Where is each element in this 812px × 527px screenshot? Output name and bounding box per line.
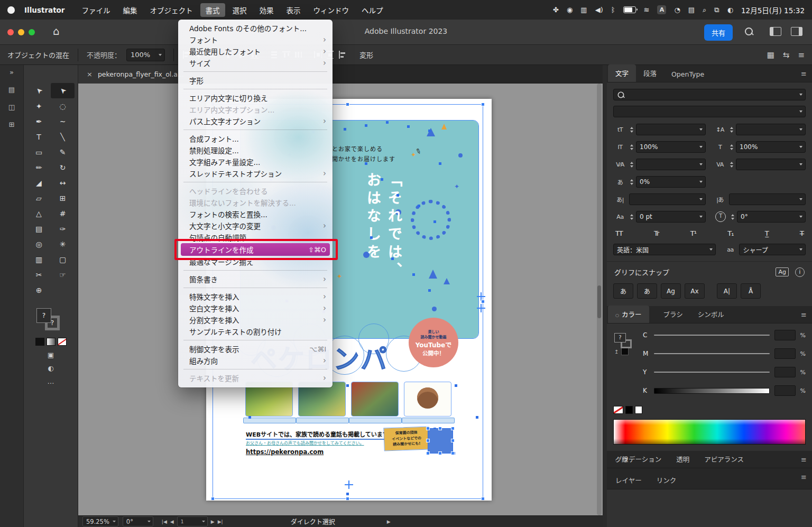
panel-icon-2[interactable]: ◫	[8, 103, 15, 111]
tab-段落[interactable]: 段落	[636, 64, 664, 82]
type-tool[interactable]: T	[27, 129, 51, 144]
layout-right-icon[interactable]	[791, 27, 802, 36]
none-mode-button[interactable]	[58, 338, 67, 346]
menubar-menu-効果[interactable]: 効果	[254, 3, 279, 17]
status-expand-arrow[interactable]: ▶	[387, 519, 391, 524]
menu-item-24[interactable]: 箇条書き›	[178, 273, 333, 285]
zoom-level-select[interactable]: 59.25%	[82, 516, 118, 526]
white-swatch[interactable]	[635, 406, 642, 414]
color-spectrum[interactable]	[613, 419, 806, 445]
document-tab[interactable]: × pekeronpa_flyer_fix_ol.a...	[78, 65, 193, 84]
menu-item-18[interactable]: フォントの検索と置換...	[178, 208, 333, 220]
shape-builder-tool[interactable]: ⊞	[51, 190, 75, 206]
kerning-stepper[interactable]	[629, 162, 634, 168]
color-fill-stroke-proxy[interactable]: ? ↥	[613, 330, 638, 354]
tab-シンボル[interactable]: シンボル	[690, 306, 732, 323]
perspective-grid-tool[interactable]: △	[27, 206, 51, 221]
first-artboard-button[interactable]: |◀	[162, 519, 167, 524]
scale-tool[interactable]: ◢	[27, 175, 51, 190]
aki-left-select[interactable]	[629, 193, 706, 205]
small-caps-button[interactable]: Tr	[654, 229, 659, 237]
font-size-stepper[interactable]	[629, 127, 634, 133]
selection-handle-ne[interactable]	[481, 103, 485, 106]
snap-angle-button[interactable]: Å	[741, 283, 761, 299]
channel-value-Y[interactable]	[774, 367, 796, 377]
baseline-shift-stepper[interactable]	[629, 214, 634, 220]
char-rotation-stepper[interactable]	[730, 214, 735, 220]
font-search-input[interactable]	[613, 89, 806, 100]
gradient-tool[interactable]: ▤	[27, 221, 51, 236]
tracking-stepper[interactable]	[729, 162, 734, 168]
selection-handle-sw[interactable]	[426, 451, 430, 455]
channel-slider-C[interactable]	[654, 335, 770, 336]
rectangle-tool[interactable]: ▭	[27, 144, 51, 160]
apple-icon[interactable]	[7, 6, 15, 14]
menu-item-20[interactable]: 句読点の自動調節	[178, 232, 333, 243]
tab-ブラシ[interactable]: ブラシ	[656, 306, 690, 323]
menu-item-27[interactable]: 空白文字を挿入›	[178, 302, 333, 314]
channel-value-M[interactable]	[774, 348, 796, 359]
tsume-input[interactable]: 0%	[636, 176, 706, 188]
app-icon-red[interactable]: ◉	[567, 6, 573, 14]
zoom-tool[interactable]: ⊕	[27, 282, 51, 298]
channel-value-C[interactable]	[774, 330, 796, 340]
leading-input[interactable]	[736, 124, 806, 135]
selection-handle-n[interactable]	[438, 427, 442, 430]
close-tab-icon[interactable]: ×	[87, 70, 93, 78]
last-color-swatch[interactable]	[621, 348, 629, 355]
last-artboard-button[interactable]: ▶|	[218, 519, 223, 524]
menu-item-19[interactable]: 大文字と小文字の変更›	[178, 220, 333, 232]
direct-selection-tool[interactable]: ➤	[51, 83, 75, 98]
snap-embox-button[interactable]: あ	[637, 283, 657, 299]
menu-item-31[interactable]: 制御文字を表示⌥⌘I	[178, 343, 333, 355]
tab-レイヤー[interactable]: レイヤー	[608, 471, 649, 489]
menubar-menu-表示[interactable]: 表示	[281, 3, 306, 17]
panel-list-icon[interactable]: ≡	[798, 50, 805, 60]
menu-item-7[interactable]: エリア内文字に切り換え	[178, 92, 333, 104]
layout-left-icon[interactable]	[770, 27, 781, 36]
pen-tool[interactable]: ✒	[27, 114, 51, 129]
fill-proxy[interactable]: ?	[614, 333, 626, 343]
search-icon[interactable]	[745, 27, 753, 35]
superscript-button[interactable]: T¹	[690, 229, 696, 237]
wifi-icon[interactable]: ≋	[644, 6, 650, 14]
menubar-menu-書式[interactable]: 書式	[200, 3, 225, 17]
tsume-stepper[interactable]	[629, 179, 634, 185]
menu-item-26[interactable]: 特殊文字を挿入›	[178, 291, 333, 302]
menu-item-32[interactable]: 組み方向›	[178, 355, 333, 366]
menu-item-5[interactable]: 字形	[178, 75, 333, 86]
selection-handle-w[interactable]	[426, 439, 430, 442]
menu-item-28[interactable]: 分割文字を挿入›	[178, 314, 333, 326]
none-swatch[interactable]	[613, 406, 623, 414]
panel-icon-3[interactable]: ⊞	[9, 121, 15, 128]
fill-stroke-proxy[interactable]: ? ?	[35, 307, 66, 332]
char-rotation-input[interactable]: 0°	[737, 211, 806, 223]
panel-menu-icon[interactable]: ≡	[801, 70, 807, 78]
selection-handle-s[interactable]	[346, 497, 349, 501]
eyedropper-tool[interactable]: ✑	[51, 221, 75, 236]
snap-glyph-icon[interactable]: Ag	[776, 267, 789, 276]
artboard-number-select[interactable]: 1	[177, 516, 208, 526]
scrollbar-thumb[interactable]	[597, 285, 601, 318]
distribute-left-icon[interactable]	[338, 51, 347, 59]
user-switch-icon[interactable]: ◐	[727, 6, 733, 14]
menu-item-14[interactable]: スレッドテキストオプション›	[178, 168, 333, 179]
selection-handle-ne[interactable]	[451, 427, 455, 430]
selection-handle-nw[interactable]	[426, 427, 430, 430]
tab-アピアランス[interactable]: アピアランス	[697, 450, 751, 468]
gradient-mode-button[interactable]	[47, 338, 56, 346]
app-icon-colorful[interactable]: ✤	[553, 6, 559, 14]
channel-slider-K[interactable]	[654, 388, 770, 394]
antialias-select[interactable]: シャープ	[739, 244, 806, 255]
symbol-sprayer-tool[interactable]: ✳	[51, 236, 75, 252]
free-transform-tool[interactable]: ▱	[27, 190, 51, 206]
tab-文字[interactable]: 文字	[608, 64, 636, 82]
leading-stepper[interactable]	[729, 127, 734, 133]
menubar-menu-編集[interactable]: 編集	[118, 3, 143, 17]
workspace-switch-icon[interactable]: ⇆	[783, 50, 790, 60]
collapse-panels-icon[interactable]: »	[10, 68, 14, 76]
selection-handle-s[interactable]	[438, 451, 442, 455]
width-tool[interactable]: ↔	[51, 175, 75, 190]
swap-arrow-icon[interactable]: ↥	[614, 349, 619, 355]
spotlight-icon[interactable]: ⌕	[703, 6, 706, 14]
